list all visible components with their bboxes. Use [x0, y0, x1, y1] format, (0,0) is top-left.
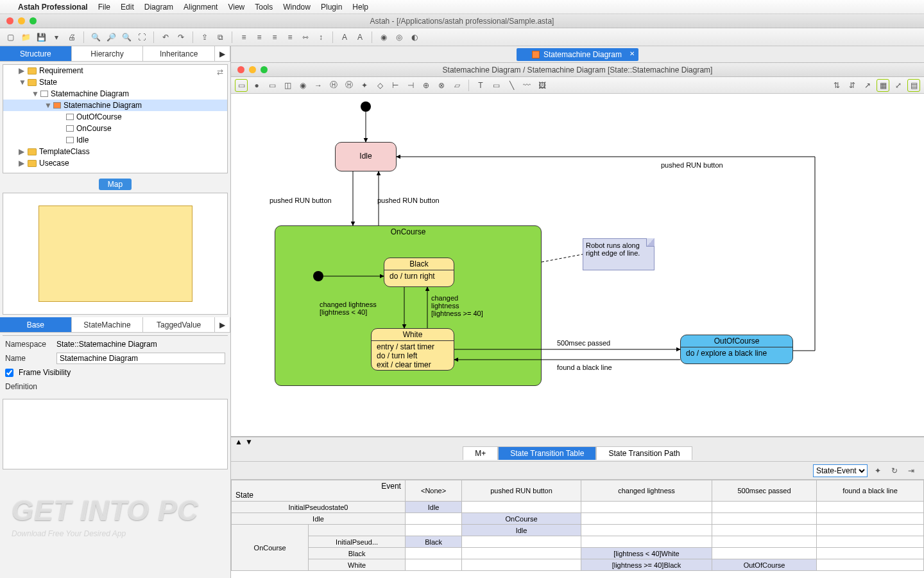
tab-state-transition-table[interactable]: State Transition Table — [498, 446, 596, 460]
layout-icon[interactable]: ⇅ — [830, 79, 843, 92]
zoom-reset-icon[interactable]: 🔍 — [120, 31, 133, 44]
initial-substate-node[interactable] — [313, 271, 323, 281]
distribute-v-icon[interactable]: ↕ — [314, 31, 327, 44]
copy-icon[interactable]: ⧉ — [214, 31, 227, 44]
text-icon[interactable]: T — [474, 79, 487, 92]
tab-inheritance[interactable]: Inheritance — [143, 46, 215, 61]
menu-file[interactable]: File — [98, 3, 110, 12]
tree-requirement[interactable]: Requirement — [39, 66, 83, 75]
initial-state-icon[interactable]: ● — [250, 79, 263, 92]
menu-alignment[interactable]: Alignment — [184, 3, 218, 12]
minimap[interactable] — [3, 193, 228, 315]
open-file-icon[interactable]: 📁 — [19, 31, 32, 44]
note-icon[interactable]: ▱ — [450, 79, 463, 92]
entry-point-icon[interactable]: ⊕ — [420, 79, 432, 92]
composite-state-icon[interactable]: ◫ — [281, 79, 294, 92]
highlight-icon[interactable]: ✦ — [871, 464, 884, 477]
menu-help[interactable]: Help — [352, 3, 368, 12]
new-file-icon[interactable]: ▢ — [4, 31, 17, 44]
distribute-h-icon[interactable]: ⇿ — [299, 31, 312, 44]
state-icon[interactable]: ▭ — [266, 79, 278, 92]
menu-edit[interactable]: Edit — [121, 3, 134, 12]
tree-oncourse[interactable]: OnCourse — [76, 124, 112, 133]
menu-view[interactable]: View — [228, 3, 244, 12]
expand-icon[interactable]: ▼ — [245, 437, 253, 445]
text-style-icon[interactable]: A — [354, 31, 366, 44]
line-color-icon[interactable]: ◎ — [393, 31, 406, 44]
tab-state-transition-path[interactable]: State Transition Path — [596, 446, 692, 460]
close-tab-icon[interactable]: ✕ — [629, 50, 635, 57]
initial-state-node[interactable] — [361, 101, 371, 112]
state-white[interactable]: White entry / start timer do / turn left… — [371, 328, 454, 371]
transition-icon[interactable]: → — [312, 79, 325, 92]
tab-overflow-icon[interactable]: ▶ — [215, 46, 230, 61]
map-tab[interactable]: Map — [99, 179, 132, 190]
tree-templateclass[interactable]: TemplateClass — [39, 147, 90, 156]
selection-tool-icon[interactable]: ▭ — [235, 79, 248, 92]
tree-smd[interactable]: Statemachine Diagram — [51, 89, 129, 98]
menu-window[interactable]: Window — [283, 3, 311, 12]
tab-mplus[interactable]: M+ — [463, 446, 498, 460]
diagram-canvas[interactable]: Idle OnCourse Black do / turn right Whit… — [231, 94, 924, 437]
align-center-icon[interactable]: ≡ — [253, 31, 266, 44]
frame-visibility-checkbox[interactable] — [5, 369, 13, 377]
state-outofcourse[interactable]: OutOfCourse do / explore a black line — [680, 335, 793, 364]
refresh-icon[interactable]: ↻ — [888, 464, 901, 477]
tab-statemachine[interactable]: StateMachine — [72, 317, 144, 332]
minimize-window-icon[interactable] — [18, 17, 25, 24]
menu-diagram[interactable]: Diagram — [144, 3, 173, 12]
align-top-icon[interactable]: ≡ — [284, 31, 296, 44]
print-icon[interactable]: 🖨 — [65, 31, 78, 44]
image-icon[interactable]: 🖼 — [536, 79, 549, 92]
fit-icon[interactable]: ⛶ — [135, 31, 148, 44]
deep-history-icon[interactable]: Ⓗ — [343, 79, 355, 92]
state-idle[interactable]: Idle — [335, 142, 397, 171]
junction-icon[interactable]: ✦ — [358, 79, 371, 92]
ruler-icon[interactable]: ▤ — [907, 79, 920, 92]
tree-smd2[interactable]: Statemachine Diagram — [64, 101, 142, 110]
export-icon[interactable]: ⇪ — [198, 31, 211, 44]
tree-usecase[interactable]: Usecase — [39, 159, 69, 168]
menu-plugin[interactable]: Plugin — [321, 3, 342, 12]
freehand-icon[interactable]: 〰 — [520, 79, 533, 92]
tree-out[interactable]: OutOfCourse — [76, 112, 122, 121]
align-left-icon[interactable]: ≡ — [237, 31, 250, 44]
tab-hierarchy[interactable]: Hierarchy — [72, 46, 144, 61]
state-black[interactable]: Black do / turn right — [384, 258, 454, 287]
transition-table[interactable]: Event State <None> pushed RUN button cha… — [231, 480, 924, 578]
swap-icon[interactable]: ⇄ — [217, 67, 223, 76]
line-icon[interactable]: ╲ — [505, 79, 518, 92]
menu-tools[interactable]: Tools — [255, 3, 273, 12]
snap-icon[interactable]: ⤢ — [892, 79, 905, 92]
project-tree[interactable]: ⇄ ▶Requirement ▼State ▼Statemachine Diag… — [3, 64, 228, 173]
tree-idle[interactable]: Idle — [76, 136, 89, 144]
history-icon[interactable]: Ⓗ — [327, 79, 340, 92]
fill-color-icon[interactable]: ◉ — [377, 31, 390, 44]
join-icon[interactable]: ⊣ — [404, 79, 417, 92]
rect-icon[interactable]: ▭ — [490, 79, 502, 92]
final-state-icon[interactable]: ◉ — [296, 79, 309, 92]
view-mode-select[interactable]: State-Event — [813, 464, 868, 477]
prop-name-input[interactable] — [56, 353, 225, 364]
export-table-icon[interactable]: ⇥ — [905, 464, 918, 477]
tab-overflow-icon[interactable]: ▶ — [215, 317, 230, 332]
tab-structure[interactable]: Structure — [0, 46, 72, 61]
save-dropdown-icon[interactable]: ▾ — [50, 31, 63, 44]
diagram-tab[interactable]: Statemachine Diagram ✕ — [517, 48, 638, 61]
choice-icon[interactable]: ◇ — [373, 79, 386, 92]
undo-icon[interactable]: ↶ — [159, 31, 172, 44]
validate-icon[interactable]: ↗ — [861, 79, 874, 92]
close-window-icon[interactable] — [6, 17, 13, 24]
tab-base[interactable]: Base — [0, 317, 72, 332]
zoom-in-icon[interactable]: 🔍 — [89, 31, 102, 44]
app-name[interactable]: Astah Professional — [18, 3, 88, 12]
definition-textarea[interactable] — [3, 399, 228, 469]
align-right-icon[interactable]: ≡ — [268, 31, 281, 44]
tab-taggedvalue[interactable]: TaggedValue — [143, 317, 215, 332]
exit-point-icon[interactable]: ⊗ — [435, 79, 448, 92]
grid-icon[interactable]: ▦ — [877, 79, 889, 92]
zoom-window-icon[interactable] — [30, 17, 37, 24]
save-icon[interactable]: 💾 — [35, 31, 47, 44]
tree-state[interactable]: State — [39, 78, 57, 87]
redo-icon[interactable]: ↷ — [175, 31, 187, 44]
